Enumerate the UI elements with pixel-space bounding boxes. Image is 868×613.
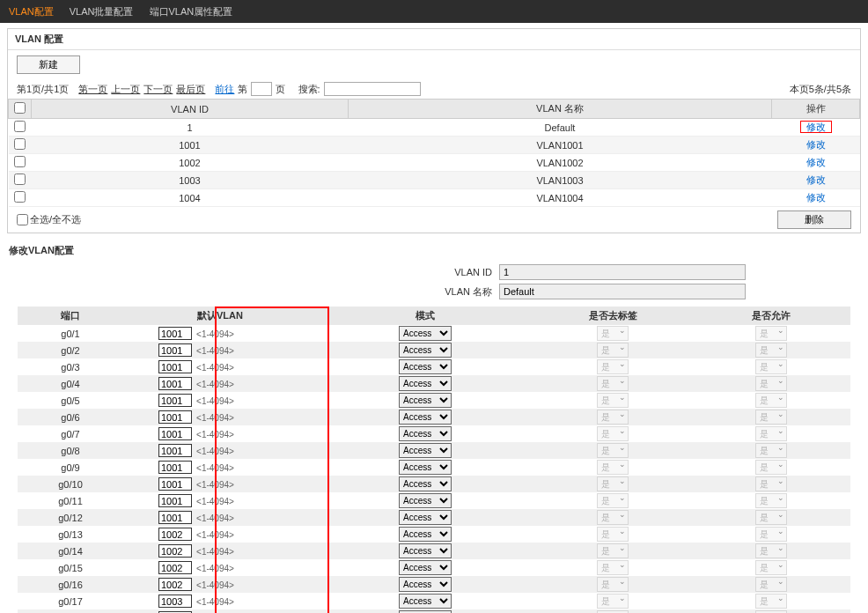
table-row: g0/7 <1-4094> Access 是 是 xyxy=(18,425,850,442)
default-vlan-input[interactable] xyxy=(158,528,192,541)
select-all-checkbox[interactable] xyxy=(17,214,28,225)
mode-select[interactable]: Access xyxy=(399,393,452,408)
col-action: 操作 xyxy=(772,100,860,119)
table-row: g0/18 <1-4094> Access 是 是 xyxy=(18,609,850,613)
vlan-range-hint: <1-4094> xyxy=(196,513,234,523)
row-checkbox[interactable] xyxy=(14,138,26,150)
nav-tab-vlan-config[interactable]: VLAN配置 xyxy=(9,5,54,18)
vlan-range-hint: <1-4094> xyxy=(196,430,234,439)
search-input[interactable] xyxy=(324,82,421,96)
table-row: g0/8 <1-4094> Access 是 是 xyxy=(18,442,850,459)
edit-link[interactable]: 修改 xyxy=(806,174,826,185)
default-vlan-input[interactable] xyxy=(158,544,192,558)
cell-port: g0/14 xyxy=(18,543,123,559)
default-vlan-input[interactable] xyxy=(158,394,192,407)
form-row-vlan-name: VLAN 名称 xyxy=(0,282,868,301)
default-vlan-input[interactable] xyxy=(158,461,192,474)
table-row: g0/10 <1-4094> Access 是 是 xyxy=(18,476,850,492)
cell-vlan-name: Default xyxy=(349,119,772,137)
mode-select[interactable]: Access xyxy=(399,326,452,341)
row-checkbox[interactable] xyxy=(14,121,26,132)
vlan-range-hint: <1-4094> xyxy=(196,463,234,473)
cell-port: g0/5 xyxy=(18,392,123,409)
default-vlan-input[interactable] xyxy=(158,561,192,574)
vlan-range-hint: <1-4094> xyxy=(196,329,234,339)
col-vlan-id: VLAN ID xyxy=(32,100,349,119)
pager-first[interactable]: 第一页 xyxy=(78,83,107,96)
mode-select[interactable]: Access xyxy=(399,527,452,542)
vlan-range-hint: <1-4094> xyxy=(196,480,234,490)
delete-button[interactable]: 删除 xyxy=(777,210,851,229)
vlan-list-footer: 全选/全不选 删除 xyxy=(8,207,860,233)
pager-next[interactable]: 下一页 xyxy=(143,83,173,96)
cell-port: g0/10 xyxy=(18,476,123,492)
table-row: 1004 VLAN1004 修改 xyxy=(9,189,860,207)
port-table: 端口 默认VLAN 模式 是否去标签 是否允许 g0/1 <1-4094> Ac… xyxy=(18,306,850,613)
table-row: g0/4 <1-4094> Access 是 是 xyxy=(18,375,850,392)
table-row: g0/15 <1-4094> Access 是 是 xyxy=(18,559,850,576)
default-vlan-input[interactable] xyxy=(158,477,192,491)
vlan-range-hint: <1-4094> xyxy=(196,413,234,423)
default-vlan-input[interactable] xyxy=(158,444,192,457)
mode-select[interactable]: Access xyxy=(399,594,452,609)
nav-tab-vlan-batch[interactable]: VLAN批量配置 xyxy=(70,5,134,18)
edit-link[interactable]: 修改 xyxy=(806,139,826,150)
table-row: g0/17 <1-4094> Access 是 是 xyxy=(18,593,850,609)
row-checkbox[interactable] xyxy=(14,174,26,185)
mode-select[interactable]: Access xyxy=(399,493,452,508)
default-vlan-input[interactable] xyxy=(158,595,192,608)
mode-select[interactable]: Access xyxy=(399,410,452,425)
cell-port: g0/16 xyxy=(18,576,123,593)
mode-select[interactable]: Access xyxy=(399,443,452,458)
pager-last[interactable]: 最后页 xyxy=(176,83,205,96)
vlan-range-hint: <1-4094> xyxy=(196,447,234,456)
mode-select[interactable]: Access xyxy=(399,510,452,525)
cell-port: g0/1 xyxy=(18,325,123,342)
mode-select[interactable]: Access xyxy=(399,426,452,441)
edit-link[interactable]: 修改 xyxy=(800,121,832,133)
table-row: g0/6 <1-4094> Access 是 是 xyxy=(18,409,850,425)
row-checkbox[interactable] xyxy=(14,156,26,167)
edit-link[interactable]: 修改 xyxy=(806,157,826,167)
vlan-range-hint: <1-4094> xyxy=(196,396,234,406)
header-checkbox[interactable] xyxy=(14,102,26,114)
search-label: 搜索: xyxy=(298,83,320,96)
default-vlan-input[interactable] xyxy=(158,343,192,357)
edit-link[interactable]: 修改 xyxy=(806,192,826,203)
mode-select[interactable]: Access xyxy=(399,359,452,374)
col-default-vlan: 默认VLAN xyxy=(123,306,317,325)
default-vlan-input[interactable] xyxy=(158,377,192,390)
allow-select: 是 xyxy=(755,393,787,408)
mode-select[interactable]: Access xyxy=(399,560,452,575)
vlan-id-input[interactable] xyxy=(499,264,746,280)
row-checkbox[interactable] xyxy=(14,191,26,203)
default-vlan-input[interactable] xyxy=(158,511,192,524)
mode-select[interactable]: Access xyxy=(399,476,452,491)
default-vlan-input[interactable] xyxy=(158,327,192,340)
mode-select[interactable]: Access xyxy=(399,543,452,558)
cell-vlan-id: 1 xyxy=(32,119,349,137)
untag-select: 是 xyxy=(597,410,629,425)
cell-port: g0/8 xyxy=(18,442,123,459)
mode-select[interactable]: Access xyxy=(399,376,452,391)
mode-select[interactable]: Access xyxy=(399,343,452,358)
pager-goto[interactable]: 前往 xyxy=(215,83,234,96)
vlan-name-input[interactable] xyxy=(499,284,746,299)
pager-prev[interactable]: 上一页 xyxy=(111,83,140,96)
vlan-range-hint: <1-4094> xyxy=(196,497,234,506)
default-vlan-input[interactable] xyxy=(158,578,192,591)
mode-select[interactable]: Access xyxy=(399,460,452,475)
default-vlan-input[interactable] xyxy=(158,360,192,373)
pager-page-input[interactable] xyxy=(251,82,272,96)
default-vlan-input[interactable] xyxy=(158,410,192,424)
default-vlan-input[interactable] xyxy=(158,494,192,507)
untag-select: 是 xyxy=(597,560,629,575)
cell-port: g0/6 xyxy=(18,409,123,425)
mode-select[interactable]: Access xyxy=(399,577,452,592)
select-all-label[interactable]: 全选/全不选 xyxy=(17,213,81,226)
default-vlan-input[interactable] xyxy=(158,427,192,440)
new-button[interactable]: 新建 xyxy=(17,55,80,74)
allow-select: 是 xyxy=(755,359,787,374)
nav-tab-port-vlan-attr[interactable]: 端口VLAN属性配置 xyxy=(150,5,233,18)
cell-vlan-id: 1002 xyxy=(32,154,349,172)
